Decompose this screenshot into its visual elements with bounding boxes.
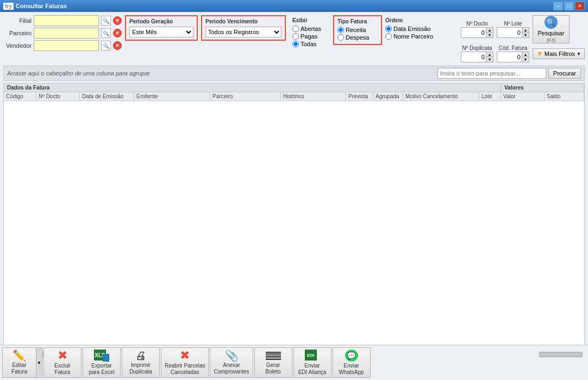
- minimize-button[interactable]: ─: [553, 2, 563, 10]
- no-docto-input[interactable]: [461, 28, 486, 37]
- filial-input[interactable]: [34, 15, 99, 26]
- col-header-docto[interactable]: Nº Docto: [36, 92, 80, 100]
- cod-fatura-input[interactable]: [497, 52, 522, 62]
- col-header-agrupada[interactable]: Agrupada: [373, 92, 403, 100]
- cod-fatura-spinner: ▲ ▼: [497, 52, 529, 62]
- no-docto-down[interactable]: ▼: [486, 33, 493, 37]
- no-duplicata-input[interactable]: [461, 52, 486, 62]
- window-title: Consultar Faturas: [16, 3, 67, 9]
- tipo-despesa-label: Despesa: [346, 34, 369, 41]
- tipo-fatura-title: Tipo Fatura: [337, 18, 378, 24]
- search-input-area: Procurar: [437, 68, 581, 79]
- whatsapp-label: EnviarWhatsApp: [339, 363, 364, 376]
- filter-icon: ▼: [536, 50, 543, 58]
- enviar-whatsapp-button[interactable]: 💬 EnviarWhatsApp: [333, 347, 371, 378]
- filial-clear-button[interactable]: ✕: [113, 16, 122, 25]
- exibir-pagas-label: Pagas: [301, 33, 317, 40]
- col-header-lote[interactable]: Lote: [479, 92, 501, 100]
- cod-fatura-down[interactable]: ▼: [522, 57, 529, 62]
- excluir-fatura-button[interactable]: ✖ ExcluirFatura: [43, 347, 82, 378]
- exibir-abertas-label: Abertas: [301, 26, 321, 32]
- col-header-prevista[interactable]: Prevista: [346, 92, 373, 100]
- col-header-codigo[interactable]: Código: [4, 92, 36, 100]
- tipo-fatura-box: Tipo Fatura Receita Despesa: [333, 15, 382, 45]
- mais-filtros-button[interactable]: ▼ Mais Filtros ▼: [533, 48, 585, 59]
- periodo-vencimento-select[interactable]: Todos os Registros Este Mês Mês Anterior…: [205, 27, 282, 37]
- close-button[interactable]: ✕: [575, 2, 585, 10]
- group-dados-label: Dados da Fatura: [4, 84, 501, 92]
- parceiro-input[interactable]: [34, 28, 99, 39]
- no-duplicata-down[interactable]: ▼: [486, 57, 493, 62]
- periodo-vencimento-box: Periodo Vencimento Todos os Registros Es…: [201, 15, 286, 41]
- imprimir-duplicata-button[interactable]: 🖨 ImprimirDuplicata: [122, 347, 160, 378]
- whatsapp-icon: 💬: [345, 350, 358, 362]
- anexar-comprovantes-button[interactable]: 📎 AnexarComprovantes: [210, 347, 253, 378]
- ordem-nome-row: Nome Parceiro: [385, 33, 445, 40]
- edi-icon: EDI: [305, 350, 317, 360]
- ordem-nome-radio[interactable]: [385, 33, 392, 40]
- filial-search-button[interactable]: 🔍: [101, 16, 111, 26]
- edi-label: EnviarEDI Aliança: [298, 363, 327, 376]
- col-header-saldo[interactable]: Saldo: [545, 92, 584, 100]
- no-duplicata-up[interactable]: ▲: [486, 52, 493, 57]
- editar-fatura-button[interactable]: ✏️ EditarFatura: [2, 347, 36, 378]
- no-duplicata-label: Nº Duplicata: [462, 45, 492, 51]
- col-header-historico[interactable]: Histórico: [281, 92, 346, 100]
- procurar-label: Procurar: [553, 70, 576, 77]
- col-header-emitente[interactable]: Emitente: [134, 92, 210, 100]
- vendedor-input[interactable]: [34, 40, 99, 51]
- enviar-edi-button[interactable]: EDI EnviarEDI Aliança: [293, 347, 331, 378]
- no-lote-up[interactable]: ▲: [522, 28, 529, 33]
- exportar-excel-button[interactable]: XLS Exportarpara Excel: [83, 347, 121, 378]
- exibir-box: Exibir Abertas Pagas Todas: [289, 15, 330, 50]
- table-header-group: Dados da Fatura Valores Código Nº Docto …: [4, 84, 584, 101]
- search-input[interactable]: [437, 68, 546, 79]
- exibir-todas-radio[interactable]: [292, 41, 299, 47]
- imprimir-label: ImprimirDuplicata: [129, 362, 152, 375]
- exibir-pagas-radio[interactable]: [292, 33, 299, 40]
- no-docto-up[interactable]: ▲: [486, 28, 493, 33]
- editar-fatura-group: ✏️ EditarFatura ▼: [2, 347, 42, 378]
- filter-area: Filial 🔍 ✕ Parceiro 🔍 ✕ Vendedor 🔍 ✕ Per…: [3, 15, 585, 62]
- tipo-receita-row: Receita: [337, 27, 378, 33]
- col-header-motivo[interactable]: Motivo Cancelamento: [403, 92, 479, 100]
- tipo-despesa-radio[interactable]: [337, 34, 344, 41]
- maximize-button[interactable]: □: [564, 2, 574, 10]
- exibir-abertas-radio[interactable]: [292, 26, 299, 32]
- barcode-icon: [266, 350, 281, 361]
- parceiro-search-button[interactable]: 🔍: [101, 28, 111, 38]
- no-lote-input[interactable]: [497, 28, 522, 37]
- parceiro-clear-button[interactable]: ✕: [113, 29, 122, 37]
- no-duplicata-spinner: ▲ ▼: [461, 52, 493, 62]
- vendedor-label: Vendedor: [3, 42, 32, 49]
- editar-icon: ✏️: [12, 350, 26, 361]
- no-docto-spinner: ▲ ▼: [461, 27, 493, 38]
- procurar-button[interactable]: Procurar: [548, 68, 581, 79]
- reabrir-parcelas-button[interactable]: ✖ Reabrir ParcelasCanceladas: [161, 347, 209, 378]
- scroll-right-track[interactable]: [539, 352, 583, 357]
- vendedor-search-button[interactable]: 🔍: [101, 41, 111, 50]
- exportar-icon-container: XLS: [94, 350, 109, 362]
- gerar-boleto-button[interactable]: GerarBoleto: [254, 347, 292, 378]
- duplicata-fatura-row: Nº Duplicata ▲ ▼ Cód. Fatura: [461, 45, 585, 62]
- ordem-title: Ordem: [385, 17, 445, 23]
- gerar-label: GerarBoleto: [265, 362, 280, 375]
- excel-save-icon: [103, 354, 109, 362]
- app-icon: try: [3, 3, 14, 10]
- periodo-geracao-title: Periodo Geração: [129, 18, 193, 24]
- col-header-parceiro[interactable]: Parceiro: [210, 92, 281, 100]
- editar-fatura-arrow[interactable]: ▼: [36, 347, 42, 378]
- ordem-data-radio[interactable]: [385, 26, 392, 32]
- periodo-geracao-select[interactable]: Este Mês Mês Anterior Este Ano Período E…: [129, 27, 193, 37]
- no-docto-label: Nº Docto: [466, 21, 488, 27]
- left-fields: Filial 🔍 ✕ Parceiro 🔍 ✕ Vendedor 🔍 ✕: [3, 15, 122, 51]
- col-header-data-emissao[interactable]: Data de Emissão: [80, 92, 134, 100]
- col-header-valor[interactable]: Valor: [501, 92, 545, 100]
- no-lote-label: Nº Lote: [504, 21, 522, 27]
- cod-fatura-up[interactable]: ▲: [522, 52, 529, 57]
- pesquisar-icon: 🔍: [545, 16, 558, 29]
- no-lote-down[interactable]: ▼: [522, 33, 529, 37]
- pesquisar-button[interactable]: 🔍 Pesquisar (F3): [533, 15, 570, 43]
- vendedor-clear-button[interactable]: ✕: [113, 41, 122, 50]
- tipo-receita-radio[interactable]: [337, 27, 344, 33]
